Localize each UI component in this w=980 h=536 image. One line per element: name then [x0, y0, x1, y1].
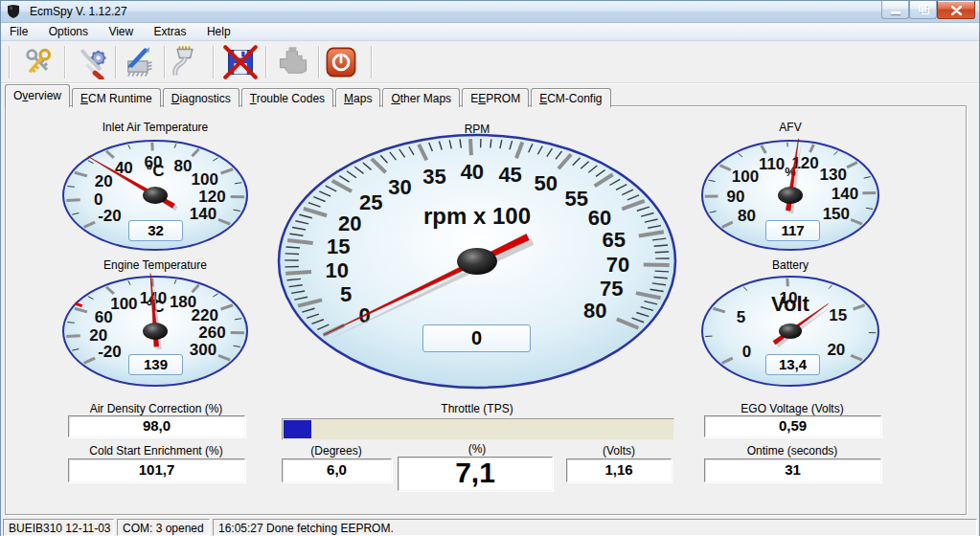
air-density-value: 98,0 — [68, 415, 245, 437]
rpm-gauge-title: RPM — [381, 123, 573, 136]
close-icon — [951, 6, 962, 15]
tab-maps[interactable]: Maps — [335, 88, 380, 107]
tab-diagnostics[interactable]: Diagnostics — [163, 88, 239, 107]
minimize-button[interactable] — [881, 1, 909, 19]
statusbar: BUEIB310 12-11-03 COM: 3 opened 16:05:27… — [1, 517, 979, 536]
cold-start-value: 101,7 — [68, 458, 245, 482]
engine-value-box: 139 — [128, 354, 183, 375]
tab-eeprom[interactable]: EEPROM — [462, 88, 529, 107]
tab-overview[interactable]: Overview — [5, 84, 70, 107]
connector-icon — [168, 45, 202, 79]
tabstrip: OverviewECM RuntimeDiagnosticsTrouble Co… — [5, 84, 613, 106]
exit-button[interactable] — [324, 45, 358, 79]
minimize-icon — [891, 11, 900, 14]
ego-value: 0,59 — [704, 415, 881, 437]
ego-label: EGO Voltage (Volts) — [696, 402, 888, 415]
restore-button[interactable] — [909, 1, 937, 19]
inlet-value-box: 32 — [128, 220, 183, 241]
power-off-icon — [324, 45, 358, 79]
throttle-bar-fill — [284, 420, 311, 438]
menu-help[interactable]: Help — [198, 23, 239, 41]
close-button[interactable] — [937, 1, 975, 19]
tab-trouble-codes[interactable]: Trouble Codes — [241, 88, 333, 107]
chip-edit-icon — [122, 45, 156, 79]
save-cancel-icon — [223, 45, 258, 79]
rpm-value-box: 0 — [422, 324, 531, 352]
ontime-label: Ontime (seconds) — [696, 444, 888, 458]
tab-ecm-runtime[interactable]: ECM Runtime — [72, 88, 161, 107]
throttle-degrees-label: (Degrees) — [279, 444, 394, 458]
window-title: EcmSpy V. 1.12.27 — [30, 5, 127, 18]
tab-ecm-config[interactable]: ECM-Config — [531, 88, 610, 107]
afv-gauge-title: AFV — [695, 121, 886, 134]
throttle-percent-label: (%) — [420, 442, 535, 456]
settings-icon — [76, 45, 110, 79]
menubar: File Options View Extras Help — [1, 23, 979, 41]
throttle-percent-value: 7,1 — [398, 457, 553, 491]
edit-maps-button[interactable] — [122, 45, 156, 79]
ontime-value: 31 — [704, 458, 881, 482]
engine-gauge-title: Engine Temperature — [59, 258, 251, 272]
app-window: EcmSpy V. 1.12.27 File Options View Extr… — [0, 0, 980, 536]
cancel-save-button[interactable] — [223, 45, 258, 79]
afv-value-box: 117 — [765, 220, 820, 241]
menu-extras[interactable]: Extras — [146, 23, 195, 41]
app-logo-icon — [7, 4, 22, 19]
cold-start-label: Cold Start Enrichment (%) — [60, 444, 252, 458]
menu-options[interactable]: Options — [40, 23, 97, 41]
status-message: 16:05:27 Done fetching EEPROM. — [213, 519, 977, 536]
air-density-label: Air Density Correction (%) — [60, 402, 252, 415]
status-com-port: COM: 3 opened — [117, 519, 210, 536]
engine-button[interactable] — [276, 45, 310, 79]
throttle-label: Throttle (TPS) — [381, 402, 573, 415]
engine-icon — [276, 45, 310, 79]
battery-gauge-title: Battery — [695, 258, 886, 272]
throttle-volts-label: (Volts) — [561, 444, 676, 458]
toolbar — [1, 41, 979, 83]
keys-icon — [21, 45, 56, 79]
battery-value-box: 13,4 — [765, 354, 820, 375]
connect-button[interactable] — [168, 45, 202, 79]
throttle-bar — [282, 418, 674, 440]
tab-other-maps[interactable]: Other Maps — [382, 88, 460, 107]
inlet-gauge-title: Inlet Air Temperature — [59, 121, 251, 134]
menu-view[interactable]: View — [100, 23, 142, 41]
titlebar: EcmSpy V. 1.12.27 — [1, 1, 979, 23]
throttle-degrees-value: 6,0 — [282, 458, 392, 482]
throttle-volts-value: 1,16 — [566, 458, 672, 482]
status-ecm-id: BUEIB310 12-11-03 — [3, 519, 114, 536]
menu-file[interactable]: File — [1, 23, 36, 41]
login-button[interactable] — [21, 45, 56, 79]
setup-button[interactable] — [76, 45, 110, 79]
